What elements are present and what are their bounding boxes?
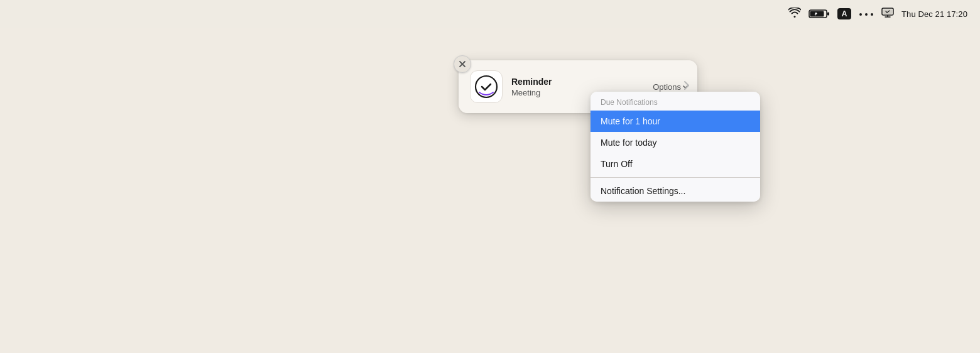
svg-rect-1: [810, 11, 824, 17]
battery-icon[interactable]: [808, 9, 830, 19]
mute-1-hour-item[interactable]: Mute for 1 hour: [591, 111, 760, 132]
turn-off-item[interactable]: Turn Off: [591, 153, 760, 175]
mute-today-item[interactable]: Mute for today: [591, 132, 760, 153]
expand-chevron[interactable]: [683, 80, 690, 93]
dropdown-header: Due Notifications: [591, 92, 760, 111]
wifi-icon[interactable]: [788, 8, 801, 20]
svg-rect-2: [827, 13, 829, 16]
menu-bar-icons: A Thu Dec 21 17:20: [788, 8, 967, 20]
notification-card: Reminder Meeting Options Due Notificatio…: [459, 60, 697, 113]
menubar-time: Thu Dec 21 17:20: [901, 9, 967, 19]
svg-point-4: [865, 13, 868, 16]
svg-point-5: [871, 13, 873, 16]
notification-area: Reminder Meeting Options Due Notificatio…: [459, 60, 697, 113]
svg-point-3: [859, 13, 862, 16]
dropdown-divider: [591, 177, 760, 178]
display-icon[interactable]: [881, 8, 894, 20]
notification-settings-item[interactable]: Notification Settings...: [591, 180, 760, 202]
svg-rect-7: [883, 9, 892, 14]
close-button[interactable]: [454, 55, 471, 73]
keyboard-lang-icon[interactable]: A: [837, 8, 851, 19]
app-icon: [470, 70, 503, 103]
svg-point-10: [476, 76, 497, 97]
dropdown-menu: Due Notifications Mute for 1 hour Mute f…: [591, 92, 760, 202]
menu-bar: A Thu Dec 21 17:20: [0, 0, 980, 28]
more-icons[interactable]: [859, 8, 874, 19]
